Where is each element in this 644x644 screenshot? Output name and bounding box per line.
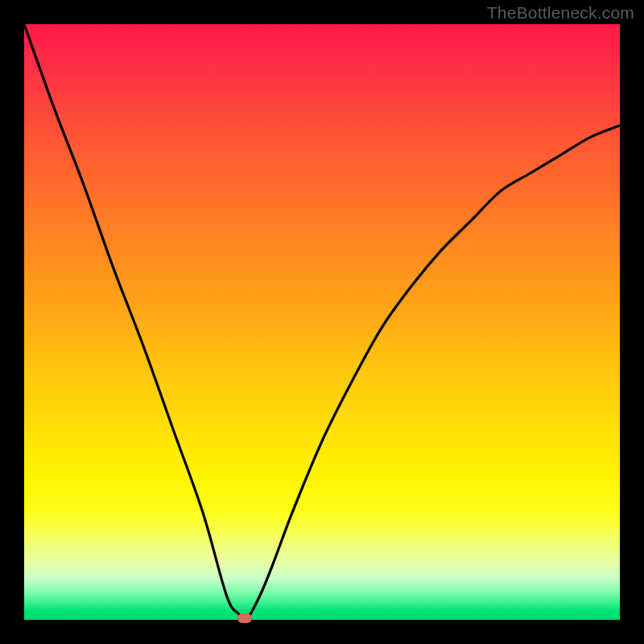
- bottleneck-curve-path: [24, 24, 620, 620]
- optimum-marker: [237, 613, 252, 623]
- watermark-text: TheBottleneck.com: [487, 3, 634, 23]
- chart-frame: [24, 24, 620, 620]
- curve-svg: [24, 24, 620, 620]
